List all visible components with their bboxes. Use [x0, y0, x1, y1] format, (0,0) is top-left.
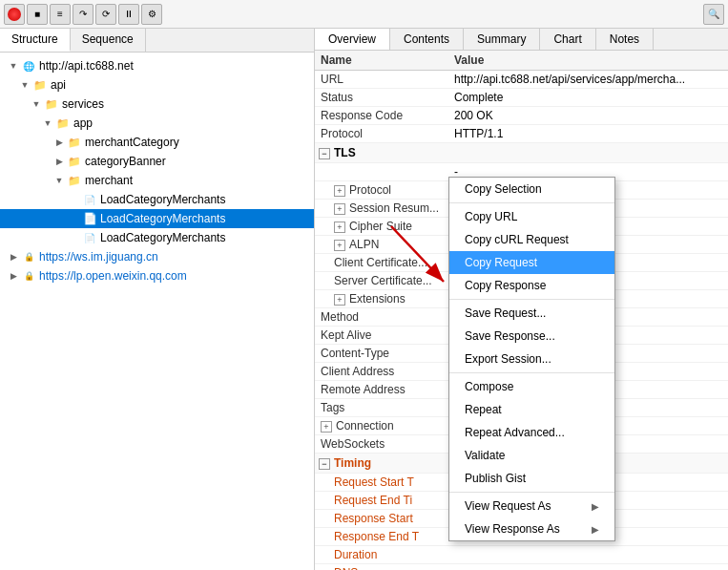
expand-icon[interactable]: ▼ [31, 98, 42, 110]
tab-overview[interactable]: Overview [315, 29, 390, 50]
row-name: Duration [315, 546, 448, 564]
tree-item-api[interactable]: ▼ 📁 api [0, 75, 314, 95]
ctx-validate[interactable]: Validate [449, 444, 614, 467]
row-value: HTTP/1.1 [448, 125, 728, 143]
expand-icon[interactable]: ▶ [53, 137, 65, 148]
ctx-label: Copy Request [465, 256, 537, 269]
folder-icon: 📁 [32, 78, 48, 92]
ctx-view-response-as[interactable]: View Response As ▶ [449, 517, 614, 540]
tree-item-file3[interactable]: 📄 LoadCategoryMerchants [0, 228, 314, 247]
tls-expand[interactable]: − [319, 148, 330, 159]
main-area: Structure Sequence ▼ 🌐 http://api.tc688.… [0, 29, 728, 570]
tree-item-file2-selected[interactable]: 📄 LoadCategoryMerchants [0, 209, 314, 228]
expand-icon[interactable]: ▼ [53, 175, 65, 186]
toolbar-btn-1[interactable] [4, 4, 25, 25]
expand-btn[interactable]: + [334, 203, 345, 215]
file-icon: 📄 [82, 193, 97, 206]
ctx-repeat[interactable]: Repeat [449, 398, 614, 421]
row-name [315, 163, 448, 181]
row-name: Protocol [315, 125, 448, 143]
ctx-separator-2 [449, 299, 614, 300]
ctx-save-response[interactable]: Save Response... [449, 325, 614, 348]
tab-notes[interactable]: Notes [596, 29, 654, 50]
section-tls: −TLS [315, 143, 728, 163]
expand-btn[interactable]: + [334, 185, 345, 197]
expand-icon[interactable]: ▼ [42, 117, 53, 129]
expand-btn[interactable]: + [321, 421, 332, 433]
toolbar-search[interactable]: 🔍 [703, 4, 724, 25]
expand-btn[interactable]: + [334, 222, 345, 233]
ctx-separator-4 [449, 492, 614, 493]
submenu-arrow: ▶ [592, 524, 599, 535]
ctx-publish-gist[interactable]: Publish Gist [449, 467, 614, 490]
tree-label: LoadCategoryMerchants [100, 231, 225, 244]
tree-label: merchant [85, 174, 133, 187]
tree-item-merchant[interactable]: ▼ 📁 merchant [0, 171, 314, 190]
row-status: Status Complete [315, 89, 728, 107]
spacer [69, 194, 80, 205]
ctx-label: Save Request... [465, 306, 546, 320]
toolbar-btn-2[interactable]: ■ [27, 4, 48, 25]
globe-icon: 🌐 [21, 59, 36, 73]
expand-icon[interactable]: ▶ [8, 251, 19, 263]
tab-chart[interactable]: Chart [540, 29, 595, 50]
tree-label: categoryBanner [85, 155, 166, 168]
tree-item-jiguang[interactable]: ▶ 🔒 https://ws.im.jiguang.cn [0, 247, 314, 266]
row-name: +Session Resum... [315, 200, 448, 218]
ctx-save-request[interactable]: Save Request... [449, 302, 614, 325]
row-name: Remote Address [315, 381, 448, 399]
file-icon: 📄 [82, 231, 97, 244]
timing-expand[interactable]: − [319, 458, 330, 470]
expand-icon[interactable]: ▼ [8, 60, 19, 72]
toolbar-btn-6[interactable]: ⏸ [118, 4, 139, 25]
ctx-copy-request[interactable]: Copy Request [449, 251, 614, 274]
ctx-compose[interactable]: Compose [449, 375, 614, 398]
red-icon [8, 8, 21, 21]
left-panel-tabs: Structure Sequence [0, 29, 314, 53]
ctx-copy-url[interactable]: Copy URL [449, 205, 614, 228]
row-name: Status [315, 89, 448, 107]
tree-item-app[interactable]: ▼ 📁 app [0, 114, 314, 133]
row-name: DNS [315, 564, 448, 571]
ctx-copy-selection[interactable]: Copy Selection [449, 178, 614, 201]
tree-item-services[interactable]: ▼ 📁 services [0, 95, 314, 114]
tab-contents[interactable]: Contents [390, 29, 464, 50]
expand-icon[interactable]: ▶ [8, 270, 19, 282]
tab-structure[interactable]: Structure [0, 29, 71, 52]
lock-icon: 🔒 [21, 250, 36, 264]
tree-label: merchantCategory [85, 136, 179, 149]
expand-btn[interactable]: + [334, 294, 345, 306]
ctx-copy-curl[interactable]: Copy cURL Request [449, 228, 614, 251]
toolbar-btn-4[interactable]: ↷ [73, 4, 94, 25]
tree-item-categorybanner[interactable]: ▶ 📁 categoryBanner [0, 152, 314, 171]
row-name: Request Start T [315, 474, 448, 492]
toolbar-btn-5[interactable]: ⟳ [95, 4, 116, 25]
tree-item-merchantcategory[interactable]: ▶ 📁 merchantCategory [0, 133, 314, 152]
folder-icon: 📁 [67, 174, 82, 187]
ctx-label: Save Response... [465, 329, 555, 343]
expand-btn[interactable]: + [334, 240, 345, 251]
toolbar-btn-7[interactable]: ⚙ [141, 4, 162, 25]
tab-summary[interactable]: Summary [464, 29, 540, 50]
tree-item-file1[interactable]: 📄 LoadCategoryMerchants [0, 190, 314, 209]
row-name: Response Start [315, 510, 448, 528]
row-name: WebSockets [315, 435, 448, 454]
tree-item-api-root[interactable]: ▼ 🌐 http://api.tc688.net [0, 56, 314, 75]
ctx-view-request-as[interactable]: View Request As ▶ [449, 495, 614, 517]
folder-icon: 📁 [67, 155, 82, 168]
ctx-label: Repeat Advanced... [465, 426, 565, 439]
expand-icon[interactable]: ▼ [19, 79, 31, 91]
row-tls: −TLS [315, 143, 728, 163]
toolbar-btn-3[interactable]: ≡ [50, 4, 71, 25]
tab-sequence[interactable]: Sequence [71, 29, 146, 52]
ctx-label: Validate [465, 449, 505, 462]
ctx-export-session[interactable]: Export Session... [449, 348, 614, 370]
ctx-label: Copy Selection [465, 182, 542, 196]
ctx-repeat-advanced[interactable]: Repeat Advanced... [449, 421, 614, 444]
ctx-label: Copy cURL Request [465, 233, 569, 246]
row-name: URL [315, 71, 448, 89]
ctx-copy-response[interactable]: Copy Response [449, 274, 614, 297]
expand-icon[interactable]: ▶ [53, 156, 65, 167]
tree-item-weixin[interactable]: ▶ 🔒 https://lp.open.weixin.qq.com [0, 266, 314, 285]
ctx-separator-3 [449, 372, 614, 373]
